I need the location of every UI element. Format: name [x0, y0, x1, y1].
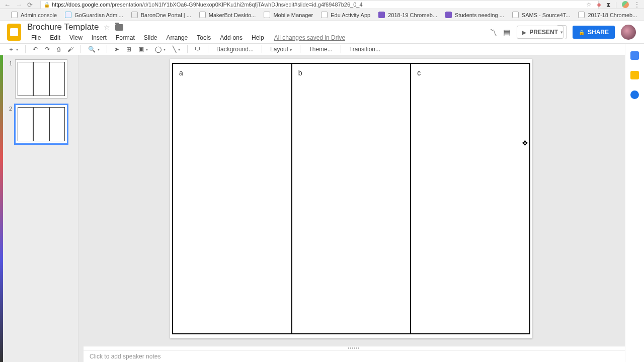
- shape-tool[interactable]: ◯▾: [152, 44, 169, 54]
- line-tool[interactable]: ╲▾: [170, 44, 183, 54]
- bookmark-item[interactable]: 2018-19 Chromeb...: [378, 12, 437, 18]
- page-icon: [512, 12, 519, 18]
- bookmark-item[interactable]: MakerBot Deskto...: [199, 12, 256, 18]
- image-tool[interactable]: ▣▾: [135, 44, 151, 54]
- menu-arrange[interactable]: Arrange: [163, 33, 192, 42]
- table-cell-c[interactable]: c: [411, 64, 529, 333]
- star-icon[interactable]: ☆: [104, 23, 110, 31]
- bookmarks-bar: Admin console GoGuardian Admi... BaronOn…: [0, 9, 644, 21]
- undo-button[interactable]: ↶: [30, 44, 41, 54]
- cell-b-text: b: [298, 69, 302, 77]
- lock-icon: 🔒: [44, 2, 50, 8]
- menu-insert[interactable]: Insert: [88, 33, 111, 42]
- tasks-addon-icon[interactable]: [630, 90, 639, 99]
- bookmark-item[interactable]: Students needing ...: [445, 12, 504, 18]
- theme-button[interactable]: Theme...: [304, 44, 336, 54]
- menu-file[interactable]: File: [27, 33, 45, 42]
- account-avatar[interactable]: [621, 25, 636, 40]
- layout-button[interactable]: Layout ▾: [266, 44, 296, 54]
- sheet-icon: [445, 12, 452, 18]
- play-icon: ▶: [522, 30, 526, 35]
- print-button[interactable]: ⎙: [54, 44, 63, 54]
- toolbar: ＋▾ ↶ ↷ ⎙ 🖌 🔍▾ ➤ ⊞ ▣▾ ◯▾ ╲▾ 🗨 Background.…: [0, 43, 644, 55]
- extension-icon-2[interactable]: ⧗: [606, 1, 610, 8]
- slide-thumbnail-1[interactable]: [15, 59, 67, 99]
- paint-format-button[interactable]: 🖌: [64, 44, 76, 54]
- present-label: PRESENT: [529, 29, 558, 36]
- zoom-button[interactable]: 🔍▾: [85, 44, 103, 54]
- table-cell-b[interactable]: b: [292, 64, 412, 333]
- thumb-number: 1: [8, 59, 12, 66]
- star-icon[interactable]: ☆: [586, 1, 592, 8]
- present-button[interactable]: ▶ PRESENT: [517, 26, 564, 39]
- document-title[interactable]: Brochure Template: [27, 22, 99, 32]
- cell-c-text: c: [417, 69, 421, 77]
- table-cell-a[interactable]: a: [173, 64, 292, 333]
- back-button[interactable]: ←: [4, 1, 11, 9]
- url-host: https://docs.google.com: [52, 2, 110, 8]
- bookmark-item[interactable]: Mobile Manager: [264, 12, 313, 18]
- move-cursor-icon: ✥: [522, 139, 528, 147]
- notes-resize-handle[interactable]: [84, 346, 625, 350]
- page-icon: [578, 12, 585, 18]
- save-status[interactable]: All changes saved in Drive: [274, 33, 345, 42]
- app-titlebar: Brochure Template ☆ File Edit View Inser…: [0, 21, 644, 43]
- slide-canvas-area[interactable]: a b c ✥ Click to add speaker notes: [78, 55, 625, 362]
- window-edge-strip: [0, 55, 3, 362]
- bookmark-item[interactable]: 2017-18 Chromeb...: [578, 12, 637, 18]
- extensions-divider: |: [615, 1, 617, 8]
- activity-icon[interactable]: 〽: [490, 28, 497, 37]
- extension-icon-1[interactable]: ◈: [597, 1, 601, 8]
- select-tool[interactable]: ➤: [111, 44, 122, 54]
- menu-view[interactable]: View: [65, 33, 87, 42]
- thumb-number: 2: [8, 105, 12, 112]
- calendar-addon-icon[interactable]: [630, 51, 639, 60]
- workspace: 1 2 a b c ✥ Click to add speaker notes: [0, 55, 625, 362]
- bookmark-item[interactable]: SAMS - Source4T...: [512, 12, 571, 18]
- address-bar[interactable]: 🔒 https://docs.google.com/presentation/d…: [40, 0, 599, 9]
- bookmark-item[interactable]: GoGuardian Admi...: [65, 12, 123, 18]
- side-panel: [625, 44, 644, 362]
- comments-icon[interactable]: ▤: [503, 28, 511, 37]
- menu-slide[interactable]: Slide: [140, 33, 162, 42]
- reload-button[interactable]: ⟳: [27, 1, 33, 9]
- redo-button[interactable]: ↷: [42, 44, 53, 54]
- menu-addons[interactable]: Add-ons: [216, 33, 247, 42]
- page-icon: [11, 12, 18, 18]
- move-folder-icon[interactable]: [115, 24, 123, 31]
- menu-format[interactable]: Format: [112, 33, 139, 42]
- menu-edit[interactable]: Edit: [46, 33, 64, 42]
- page-icon: [264, 12, 270, 18]
- background-button[interactable]: Background...: [212, 44, 258, 54]
- keep-addon-icon[interactable]: [630, 71, 639, 79]
- menu-help[interactable]: Help: [248, 33, 268, 42]
- url-path: /presentation/d/1oN1lY1bXOa6-G9Nuexop0Kl…: [110, 2, 362, 8]
- new-slide-button[interactable]: ＋▾: [5, 44, 21, 55]
- sheet-icon: [378, 12, 385, 18]
- menu-tools[interactable]: Tools: [193, 33, 215, 42]
- bookmark-item[interactable]: BaronOne Portal | ...: [131, 12, 191, 18]
- slide-thumbnail-2[interactable]: [15, 105, 67, 144]
- cell-a-text: a: [179, 69, 183, 77]
- profile-avatar[interactable]: [622, 1, 629, 8]
- share-button[interactable]: 🔒 SHARE: [573, 26, 615, 39]
- speaker-notes[interactable]: Click to add speaker notes: [84, 350, 625, 362]
- menu-bar: File Edit View Insert Format Slide Arran…: [27, 33, 345, 42]
- present-dropdown[interactable]: ▾: [557, 25, 567, 39]
- slides-logo-icon[interactable]: [7, 24, 21, 41]
- page-icon: [321, 12, 328, 18]
- bookmark-item[interactable]: Edu Activity App: [321, 12, 370, 18]
- textbox-tool[interactable]: ⊞: [123, 44, 134, 54]
- bookmark-item[interactable]: Admin console: [11, 12, 57, 18]
- slide-table[interactable]: a b c: [172, 63, 530, 334]
- transition-button[interactable]: Transition...: [345, 44, 384, 54]
- comment-button[interactable]: 🗨: [192, 44, 204, 54]
- speaker-notes-placeholder: Click to add speaker notes: [90, 353, 160, 360]
- forward-button[interactable]: →: [16, 1, 22, 9]
- slide-filmstrip: 1 2: [0, 55, 78, 362]
- browser-toolbar: ← → ⟳ 🔒 https://docs.google.com/presenta…: [0, 0, 644, 9]
- chrome-menu-icon[interactable]: ⋮: [634, 1, 640, 8]
- page-icon: [131, 12, 138, 18]
- share-label: SHARE: [588, 29, 609, 36]
- slide[interactable]: a b c: [170, 59, 532, 338]
